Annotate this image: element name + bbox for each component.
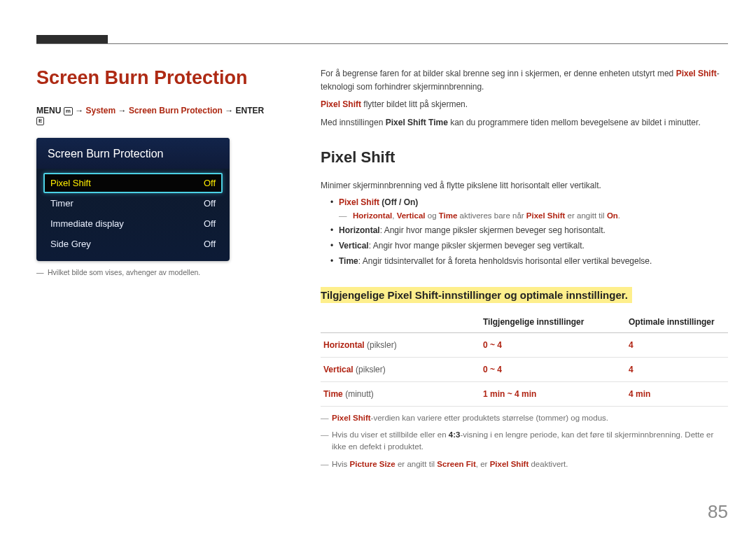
- header-rule: [36, 43, 728, 44]
- osd-row-label: Timer: [50, 198, 74, 209]
- osd-row-label: Pixel Shift: [50, 178, 91, 188]
- menu-icon: m: [64, 107, 73, 115]
- breadcrumb-item: Screen Burn Protection: [129, 106, 223, 115]
- page-title: Screen Burn Protection: [36, 67, 267, 89]
- osd-row-value: Off: [204, 218, 216, 229]
- table-row: Horizontal (piksler) 0 ~ 4 4: [321, 332, 728, 357]
- list-item: Vertical: Angir hvor mange piksler skjer…: [321, 241, 728, 251]
- osd-row-value: Off: [204, 239, 216, 249]
- breadcrumb-menu: MENU: [36, 106, 61, 115]
- breadcrumb-system: System: [86, 106, 116, 115]
- osd-row-value: Off: [204, 198, 216, 209]
- intro-p3: Med innstillingen Pixel Shift Time kan d…: [321, 116, 728, 129]
- footnotes: Pixel Shift-verdien kan variere etter pr…: [321, 412, 728, 470]
- osd-row-label: Immediate display: [50, 218, 124, 229]
- highlighted-subsection-title: Tilgjengelige Pixel Shift-innstillinger …: [321, 287, 632, 303]
- footnote-line: Pixel Shift-verdien kan variere etter pr…: [321, 412, 728, 424]
- left-footnote: Hvilket bilde som vises, avhenger av mod…: [36, 268, 267, 276]
- osd-panel-title: Screen Burn Protection: [36, 138, 230, 169]
- breadcrumb-enter: ENTER: [236, 106, 265, 115]
- list-item: Time: Angir tidsintervallet for å foreta…: [321, 256, 728, 266]
- breadcrumb: MENU m → System → Screen Burn Protection…: [36, 106, 267, 125]
- table-row: Time (minutt) 1 min ~ 4 min 4 min: [321, 381, 728, 406]
- table-header-empty: [321, 311, 480, 333]
- table-header-optimal: Optimale innstillinger: [626, 311, 728, 333]
- osd-row-side-grey[interactable]: Side Grey Off: [43, 234, 223, 254]
- table-header-available: Tilgjengelige innstillinger: [480, 311, 626, 333]
- page-number: 85: [708, 501, 728, 523]
- section-title-pixel-shift: Pixel Shift: [321, 148, 728, 167]
- footnote-line: Hvis Picture Size er angitt til Screen F…: [321, 458, 728, 470]
- osd-row-timer[interactable]: Timer Off: [43, 193, 223, 213]
- osd-row-label: Side Grey: [50, 239, 91, 249]
- osd-row-pixel-shift[interactable]: Pixel Shift Off: [43, 173, 223, 193]
- intro-p2: Pixel Shift flytter bildet litt på skjer…: [321, 98, 728, 111]
- list-item-sub: Horizontal, Vertical og Time aktiveres b…: [339, 211, 728, 220]
- pixel-shift-options: Pixel Shift (Off / On) Horizontal, Verti…: [321, 197, 728, 266]
- settings-table: Tilgjengelige innstillinger Optimale inn…: [321, 311, 728, 407]
- list-item: Pixel Shift (Off / On) Horizontal, Verti…: [321, 197, 728, 220]
- pixel-shift-lead: Minimer skjerminnbrenning ved å flytte p…: [321, 179, 728, 192]
- enter-icon: E: [36, 117, 44, 125]
- footnote-line: Hvis du viser et stillbilde eller en 4:3…: [321, 429, 728, 454]
- osd-panel: Screen Burn Protection Pixel Shift Off T…: [36, 138, 230, 261]
- list-item: Horizontal: Angir hvor mange piksler skj…: [321, 225, 728, 235]
- table-row: Vertical (piksler) 0 ~ 4 4: [321, 357, 728, 381]
- intro-p1: For å begrense faren for at bilder skal …: [321, 67, 728, 93]
- osd-row-value: Off: [204, 178, 216, 188]
- osd-row-immediate-display[interactable]: Immediate display Off: [43, 213, 223, 234]
